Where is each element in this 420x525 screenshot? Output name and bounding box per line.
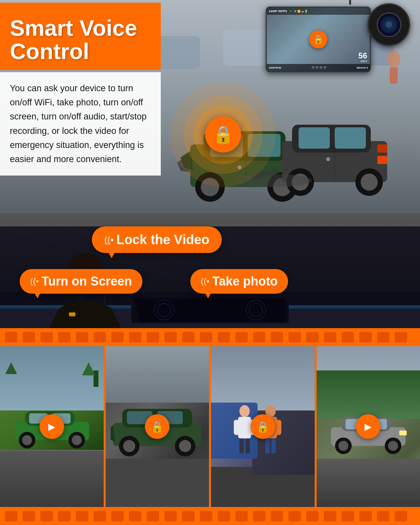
title-text: Smart Voice Control: [10, 16, 148, 63]
film-hole: [359, 511, 372, 521]
take-photo-label: Take photo: [212, 274, 278, 288]
svg-point-53: [22, 435, 32, 445]
turn-screen-label: Turn on Screen: [41, 274, 132, 288]
film-thumbnail-3: 🔒: [211, 346, 317, 507]
page-title: Smart Voice Control: [0, 7, 161, 70]
voice-wave-icon-3: ((•: [201, 276, 209, 286]
film-hole: [306, 332, 319, 343]
svg-rect-25: [377, 144, 387, 153]
film-hole: [359, 332, 372, 343]
svg-point-24: [326, 157, 330, 161]
svg-rect-17: [299, 127, 330, 149]
svg-rect-32: [135, 299, 285, 322]
svg-rect-66: [234, 420, 241, 435]
svg-point-81: [338, 441, 348, 451]
svg-rect-68: [240, 438, 244, 453]
film-hole: [94, 332, 106, 343]
film-thumbnail-4: ▶: [317, 346, 420, 507]
svg-rect-74: [265, 438, 270, 453]
film-hole: [253, 332, 265, 343]
film-hole: [76, 511, 88, 521]
film-hole: [111, 332, 124, 343]
film-hole: [342, 332, 354, 343]
svg-rect-18: [335, 127, 366, 149]
film-hole: [76, 332, 88, 343]
svg-point-63: [179, 440, 191, 452]
take-photo-bubble: ((• Take photo: [190, 269, 288, 294]
film-hole: [200, 332, 212, 343]
film-hole: [395, 332, 407, 343]
film-hole: [288, 511, 301, 521]
film-hole: [94, 511, 106, 521]
film-hole: [235, 511, 248, 521]
film-hole: [129, 511, 141, 521]
film-hole: [5, 511, 17, 521]
svg-point-55: [72, 435, 81, 445]
lock-icon-main: 🔒: [205, 116, 241, 153]
film-hole: [395, 511, 407, 521]
description-text: You can ask your device to turn on/off W…: [10, 81, 149, 166]
film-hole: [23, 511, 35, 521]
film-hole: [40, 511, 53, 521]
film-hole: [147, 511, 159, 521]
dashcam-device: 1440P 30FPS ● ⚙ 📶 ☁ 🔋 🔒 56 MPH VANTRUE 🎬…: [266, 2, 410, 80]
svg-point-83: [388, 441, 398, 451]
svg-rect-84: [399, 430, 407, 435]
film-hole: [182, 511, 195, 521]
lock-icon-2: 🔒: [145, 414, 170, 439]
voice-wave-icon-1: ((•: [104, 235, 114, 245]
film-hole: [377, 332, 389, 343]
film-hole: [58, 332, 71, 343]
lock-video-label: Lock the Video: [116, 232, 209, 247]
lock-icon-ripple: 🔒: [190, 102, 256, 167]
film-hole: [218, 332, 230, 343]
film-holes-bottom: [0, 507, 420, 525]
film-hole: [40, 332, 53, 343]
film-hole: [147, 332, 159, 343]
svg-point-22: [361, 174, 378, 191]
film-hole: [324, 511, 336, 521]
svg-rect-73: [275, 420, 282, 435]
film-hole: [23, 332, 35, 343]
film-hole: [164, 511, 177, 521]
film-hole: [271, 511, 283, 521]
svg-rect-45: [69, 312, 75, 316]
film-hole: [377, 511, 389, 521]
film-holes-top: [0, 328, 420, 346]
film-hole: [253, 511, 265, 521]
turn-screen-bubble: ((• Turn on Screen: [20, 269, 142, 294]
film-hole: [306, 511, 319, 521]
svg-rect-69: [245, 438, 250, 453]
film-strip-section: ▶: [0, 328, 420, 525]
svg-rect-75: [271, 438, 276, 453]
film-thumbnail-1: ▶: [0, 346, 106, 507]
film-thumbnail-2: 🔒: [106, 346, 211, 507]
voice-wave-icon-2: ((•: [30, 276, 39, 286]
film-hole: [235, 332, 248, 343]
film-hole: [58, 511, 71, 521]
film-hole: [271, 332, 283, 343]
film-hole: [5, 332, 17, 343]
svg-point-61: [123, 440, 136, 452]
svg-point-64: [240, 405, 250, 417]
film-hole: [129, 332, 141, 343]
page-container: Smart Voice Control You can ask your dev…: [0, 0, 420, 525]
play-icon-1: ▶: [39, 414, 64, 439]
svg-rect-26: [377, 156, 387, 164]
film-hole: [164, 332, 177, 343]
film-hole: [182, 332, 195, 343]
film-hole: [342, 511, 354, 521]
description-box: You can ask your device to turn on/off W…: [0, 72, 161, 176]
play-icon-4: ▶: [356, 414, 381, 439]
film-hole: [218, 511, 230, 521]
lock-icon-3: 🔒: [250, 414, 275, 439]
film-hole: [288, 332, 301, 343]
film-hole: [324, 332, 336, 343]
lock-video-bubble: ((• Lock the Video: [92, 226, 222, 253]
film-hole: [111, 511, 124, 521]
film-hole: [200, 511, 212, 521]
film-thumbnails-row: ▶: [0, 346, 420, 507]
